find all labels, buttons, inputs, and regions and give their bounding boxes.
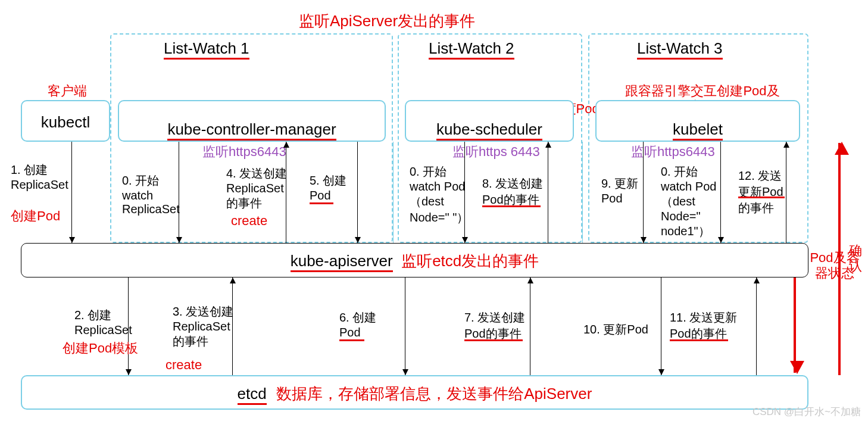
kubelet-box: kubelet [595, 100, 800, 142]
s6: 6. 创建 Pod [339, 310, 393, 339]
apiserver-annot: 监听etcd发出的事件 [401, 252, 539, 270]
dash-edge-2 [582, 142, 583, 243]
create-pod-red-1: 创建Pod [11, 207, 60, 225]
s0c: 0. 开始 watch Pod （dest Node=" node1"） [661, 164, 738, 239]
s5: 5. 创建 Pod [310, 173, 363, 202]
kcm-box: kube-controller-manager [118, 100, 386, 142]
listwatch-2-label: List-Watch 2 [429, 39, 514, 58]
s7: 7. 发送创建 Pod的事件 [464, 310, 542, 342]
underline-s8 [482, 205, 541, 207]
title-top: 监听ApiServer发出的事件 [262, 11, 512, 32]
scheduler-name: kube-scheduler [436, 120, 542, 141]
kcm-listen: 监听https6443 [202, 143, 286, 161]
s1: 1. 创建 ReplicaSet [11, 162, 76, 192]
underline-s7 [464, 339, 523, 341]
arrow-s1 [71, 142, 72, 243]
kubectl-box: kubectl [21, 100, 110, 142]
underline-s6 [339, 339, 364, 341]
etcd-annot: 数据库，存储部署信息，发送事件给ApiServer [276, 385, 592, 403]
kubectl-label: kubectl [41, 113, 90, 131]
scheduler-listen: 监听https 6443 [452, 143, 540, 161]
s4: 4. 发送创建 ReplicaSet 的事件 [226, 166, 304, 211]
confirm-label: 确 认 [845, 243, 866, 275]
red-arrow-confirm [838, 143, 841, 375]
s0b: 0. 开始 watch Pod （dest Node=" "） [410, 164, 481, 226]
underline-s5 [310, 202, 333, 204]
s0a: 0. 开始 watch ReplicaSet [122, 173, 193, 216]
red-arrow-pod-status [794, 277, 796, 373]
s11: 11. 发送更新 Pod的事件 [670, 310, 759, 342]
listwatch-3-label: List-Watch 3 [637, 39, 723, 58]
s8: 8. 发送创建 Pod的事件 [482, 176, 560, 208]
apiserver-box: kube-apiserver 监听etcd发出的事件 [21, 243, 808, 277]
create-pod-tpl: 创建Pod模板 [63, 339, 138, 357]
kubelet-name: kubelet [673, 120, 723, 141]
create-red-2: create [166, 357, 202, 373]
scheduler-box: kube-scheduler [405, 100, 574, 142]
watermark: CSDN @白开水~不加糖 [753, 405, 861, 419]
kcm-name: kube-controller-manager [167, 120, 336, 141]
etcd-box: etcd 数据库，存储部署信息，发送事件给ApiServer [21, 375, 808, 410]
etcd-name: etcd [238, 385, 267, 405]
s9: 9. 更新 Pod [601, 176, 655, 205]
create-red-1: create [231, 213, 267, 229]
kubelet-listen: 监听https6443 [631, 143, 715, 161]
listwatch-1-label: List-Watch 1 [164, 39, 249, 58]
apiserver-name: kube-apiserver [291, 252, 393, 272]
s10: 10. 更新Pod [583, 322, 667, 338]
s3: 3. 发送创建 ReplicaSet 的事件 [173, 304, 250, 350]
dash-edge-1 [393, 142, 394, 243]
arrow-s6 [405, 277, 405, 375]
underline-s12 [738, 197, 785, 198]
underline-s11 [670, 339, 728, 341]
client-label: 客户端 [48, 82, 87, 100]
s2: 2. 创建 ReplicaSet [74, 307, 140, 337]
s12: 12. 发送 更新Pod 的事件 [738, 168, 804, 216]
